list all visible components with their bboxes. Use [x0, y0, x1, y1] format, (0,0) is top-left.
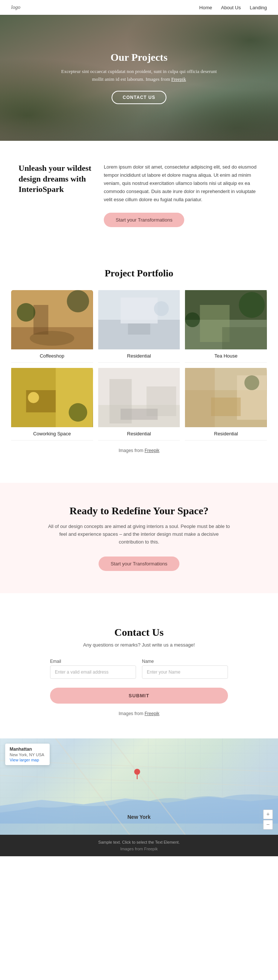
navbar: logo Home About Us Landing — [0, 0, 278, 15]
hero-description: Excepteur sint occaecat cupidatat non pr… — [61, 68, 217, 83]
portfolio-grid: Coffeeshop Residential — [11, 290, 267, 441]
portfolio-title: Project Portfolio — [11, 268, 267, 279]
portfolio-label-coffeeshop: Coffeeshop — [11, 349, 93, 363]
svg-point-3 — [17, 303, 35, 321]
footer-image-credit: Images from Freepik — [5, 846, 273, 851]
map-zoom-out-button[interactable]: − — [263, 820, 273, 830]
svg-point-20 — [28, 392, 39, 403]
hero-freepik-link[interactable]: Freepik — [171, 76, 186, 82]
footer: Sample text. Click to select the Text El… — [0, 835, 278, 856]
nav-links: Home About Us Landing — [200, 5, 267, 10]
portfolio-label-residential2: Residential — [98, 427, 180, 441]
transform-button-2[interactable]: Start your Transformations — [99, 557, 179, 571]
contact-form-row: Email Name — [50, 659, 228, 679]
cta-section: Ready to Redefine Your Space? All of our… — [0, 483, 278, 593]
about-left: Unleash your wildest design dreams with … — [19, 163, 93, 195]
email-input[interactable] — [50, 665, 136, 679]
contact-subtitle: Any questions or remarks? Just write us … — [37, 642, 241, 648]
map-zoom-controls: + − — [263, 810, 273, 830]
svg-rect-9 — [128, 323, 150, 334]
contact-us-button[interactable]: CONTACT US — [112, 91, 166, 104]
about-body: Lorem ipsum dolor sit amet, consectetur … — [104, 163, 259, 204]
footer-sample-text: Sample text. Click to select the Text El… — [5, 840, 273, 845]
cta-description: All of our design concepts are aimed at … — [46, 523, 232, 546]
svg-rect-16 — [222, 327, 267, 349]
portfolio-label-coworking: Coworking Space — [11, 427, 93, 441]
map-address: New York, NY USA — [10, 752, 45, 757]
portfolio-img-residential3 — [185, 368, 267, 427]
portfolio-img-residential2 — [98, 368, 180, 427]
svg-point-14 — [239, 292, 265, 318]
svg-point-4 — [67, 290, 89, 312]
portfolio-item-residential1[interactable]: Residential — [98, 290, 180, 363]
portfolio-item-residential3[interactable]: Residential — [185, 368, 267, 441]
about-section: Unleash your wildest design dreams with … — [0, 141, 278, 249]
nav-link-about[interactable]: About Us — [221, 5, 241, 10]
email-label: Email — [50, 659, 136, 664]
map-info-box: Manhattan New York, NY USA View larger m… — [5, 744, 50, 765]
map-zoom-in-button[interactable]: + — [263, 810, 273, 819]
svg-point-15 — [185, 312, 200, 327]
portfolio-item-residential2[interactable]: Residential — [98, 368, 180, 441]
map-city-label: New York — [128, 814, 151, 820]
contact-freepik-link[interactable]: Freepik — [145, 711, 160, 716]
svg-rect-2 — [34, 305, 48, 334]
svg-rect-32 — [185, 368, 215, 427]
name-field-group: Name — [142, 659, 228, 679]
cta-title: Ready to Redefine Your Space? — [30, 505, 248, 517]
contact-section: Contact Us Any questions or remarks? Jus… — [0, 604, 278, 738]
map-city: Manhattan — [10, 746, 45, 752]
svg-point-22 — [69, 403, 87, 422]
svg-rect-27 — [120, 409, 158, 420]
portfolio-img-teahouse — [185, 290, 267, 349]
svg-rect-8 — [120, 298, 158, 323]
portfolio-section: Project Portfolio Coffeeshop — [0, 249, 278, 472]
submit-button[interactable]: SUBMIT — [50, 688, 228, 703]
email-field-group: Email — [50, 659, 136, 679]
portfolio-item-coffeeshop[interactable]: Coffeeshop — [11, 290, 93, 363]
contact-form: Email Name SUBMIT — [50, 659, 228, 703]
about-right: Lorem ipsum dolor sit amet, consectetur … — [104, 163, 259, 227]
map-view-larger-link[interactable]: View larger map — [10, 758, 39, 762]
portfolio-img-coffeeshop — [11, 290, 93, 349]
portfolio-label-teahouse: Tea House — [185, 349, 267, 363]
footer-freepik-link[interactable]: Freepik — [144, 846, 158, 851]
map-section: Manhattan New York, NY USA View larger m… — [0, 738, 278, 835]
contact-footer: Images from Freepik — [37, 711, 241, 716]
hero-title: Our Projects — [110, 51, 168, 64]
svg-point-31 — [244, 375, 259, 390]
portfolio-label-residential1: Residential — [98, 349, 180, 363]
contact-title: Contact Us — [37, 627, 241, 638]
hero-section: Our Projects Excepteur sint occaecat cup… — [0, 15, 278, 141]
portfolio-item-teahouse[interactable]: Tea House — [185, 290, 267, 363]
portfolio-img-residential1 — [98, 290, 180, 349]
portfolio-item-coworking[interactable]: Coworking Space — [11, 368, 93, 441]
portfolio-footer: Images from Freepik — [11, 448, 267, 453]
about-heading: Unleash your wildest design dreams with … — [19, 163, 93, 195]
svg-point-10 — [154, 301, 169, 316]
svg-rect-33 — [211, 398, 241, 416]
nav-logo: logo — [11, 5, 21, 10]
name-label: Name — [142, 659, 228, 664]
svg-point-5 — [30, 331, 74, 346]
portfolio-label-residential3: Residential — [185, 427, 267, 441]
nav-link-landing[interactable]: Landing — [250, 5, 267, 10]
portfolio-img-coworking — [11, 368, 93, 427]
portfolio-freepik-link[interactable]: Freepik — [145, 448, 160, 453]
nav-link-home[interactable]: Home — [200, 5, 212, 10]
transform-button-1[interactable]: Start your Transformations — [104, 213, 184, 227]
name-input[interactable] — [142, 665, 228, 679]
